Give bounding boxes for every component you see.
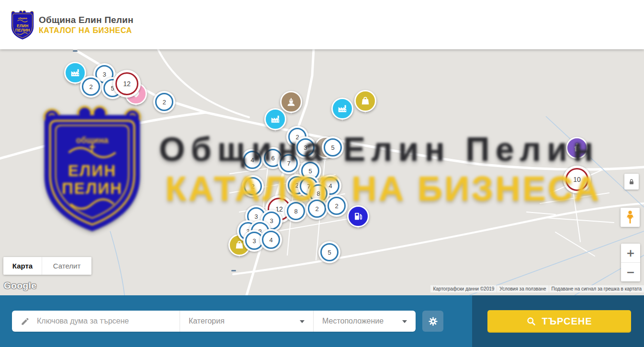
- map-cluster-marker[interactable]: 2: [153, 91, 175, 113]
- map-attribution: Картографски данни ©2019Условия за ползв…: [430, 285, 644, 292]
- pin-bubble: [264, 108, 286, 130]
- location-select[interactable]: Местоположение: [313, 311, 416, 332]
- search-submit-button[interactable]: ТЪРСЕНЕ: [487, 310, 631, 333]
- road-badge: [231, 270, 236, 271]
- map-type-control: Карта Сателит: [3, 257, 91, 275]
- map-cluster-marker[interactable]: 5: [318, 241, 340, 263]
- map-type-map-button[interactable]: Карта: [3, 257, 42, 275]
- pencil-icon: [21, 317, 30, 326]
- cluster-count: 3: [102, 71, 106, 78]
- cluster-count: 12: [123, 80, 131, 88]
- cluster-count: 2: [335, 202, 338, 210]
- cluster-count: 7: [287, 160, 290, 167]
- search-submit-label: ТЪРСЕНЕ: [542, 316, 592, 327]
- cluster-ring: 2: [308, 200, 326, 218]
- pin-bubble: [331, 98, 353, 120]
- caret-down-icon: [402, 320, 407, 323]
- map-cluster-marker[interactable]: 2: [326, 195, 348, 217]
- emblem-name-line2: ПЕЛИН: [15, 27, 30, 32]
- lock-button[interactable]: [624, 174, 639, 190]
- cluster-count: 4: [328, 182, 332, 190]
- emblem-name-line1: ЕЛИН: [17, 23, 28, 28]
- lock-icon: [628, 178, 635, 186]
- gear-icon: [428, 316, 439, 327]
- cluster-ring: 4: [262, 231, 280, 249]
- category-select[interactable]: Категория: [180, 311, 313, 332]
- search-icon: [526, 316, 536, 326]
- church-icon: [572, 143, 582, 153]
- cluster-ring: 5: [324, 138, 342, 157]
- cluster-count: 2: [315, 205, 318, 213]
- caret-down-icon: [300, 320, 305, 323]
- map-cluster-marker[interactable]: 4: [260, 229, 282, 251]
- cluster-count: 4: [269, 236, 272, 244]
- shopping-bag-icon: [360, 96, 371, 106]
- road-badge: [73, 50, 78, 52]
- factory-icon: [270, 114, 281, 124]
- map-cluster-marker[interactable]: 8: [285, 200, 307, 222]
- cluster-ring: 7: [280, 154, 298, 172]
- zoom-control: + −: [621, 244, 640, 281]
- cluster-count: 10: [573, 176, 581, 183]
- map-cluster-marker[interactable]: 2: [80, 76, 102, 98]
- attribution-terms-link[interactable]: Условия за ползване: [497, 285, 548, 292]
- pegman-icon: [625, 210, 635, 224]
- site-title: Община Елин Пелин: [39, 15, 134, 25]
- map-cluster-marker[interactable]: 4: [241, 149, 263, 171]
- cluster-count: 6: [271, 155, 274, 162]
- pin-bubble: [347, 205, 369, 227]
- map-cluster-marker[interactable]: 12: [113, 70, 141, 98]
- map-cluster-marker[interactable]: 2: [242, 175, 264, 197]
- cluster-count: 5: [328, 249, 331, 256]
- map-pin[interactable]: [264, 108, 286, 130]
- keyword-cell: [12, 311, 180, 332]
- cluster-ring: 3: [296, 138, 315, 157]
- fuel-pump-icon: [353, 211, 363, 222]
- cluster-count: 3: [254, 213, 258, 220]
- cluster-count: 3: [304, 144, 307, 151]
- cluster-ring: 4: [243, 151, 261, 169]
- cluster-ring: 5: [320, 243, 339, 261]
- advanced-settings-button[interactable]: [422, 311, 443, 332]
- site-subtitle: КАТАЛОГ НА БИЗНЕСА: [39, 26, 134, 35]
- map-cluster-marker[interactable]: 3: [294, 136, 316, 158]
- attribution-report-link[interactable]: Подаване на сигнал за грешка в картата: [549, 285, 644, 292]
- municipality-emblem-logo: община ЕЛИН ПЕЛИН: [11, 10, 34, 40]
- cluster-ring: 2: [328, 197, 346, 215]
- zoom-in-button[interactable]: +: [621, 244, 640, 263]
- map-pin[interactable]: [354, 90, 376, 112]
- page: 3 2 5 12 2 2 3: [0, 0, 644, 347]
- attribution-copyright: Картографски данни ©2019: [430, 285, 497, 292]
- factory-icon: [70, 67, 80, 78]
- cluster-count: 8: [294, 208, 297, 215]
- cluster-count: 2: [89, 83, 92, 90]
- map-pin[interactable]: [566, 137, 588, 159]
- pin-bubble: [354, 90, 376, 112]
- keyword-search-input[interactable]: [36, 316, 180, 326]
- cluster-ring: 2: [244, 177, 262, 195]
- map-cluster-marker[interactable]: 7: [278, 152, 300, 174]
- street-view-pegman-button[interactable]: [621, 208, 640, 227]
- google-logo[interactable]: Google: [4, 280, 36, 291]
- map-type-satellite-button[interactable]: Сателит: [42, 257, 91, 275]
- category-select-value: Категория: [189, 317, 225, 325]
- map-pin[interactable]: [331, 98, 353, 120]
- cluster-ring: 2: [155, 93, 173, 111]
- map-cluster-marker[interactable]: 2: [306, 198, 328, 220]
- factory-icon: [337, 103, 348, 114]
- cluster-ring: 10: [565, 168, 588, 191]
- brand[interactable]: община ЕЛИН ПЕЛИН Община Елин Пелин КАТА…: [11, 10, 134, 40]
- cluster-count: 5: [308, 168, 312, 175]
- cluster-count: 5: [331, 144, 334, 151]
- emblem-text-top: община: [18, 16, 27, 19]
- brand-text: Община Елин Пелин КАТАЛОГ НА БИЗНЕСА: [39, 15, 134, 35]
- cluster-ring: 8: [287, 202, 305, 220]
- map-pin[interactable]: [347, 205, 369, 227]
- search-bar: Категория Местоположение: [0, 295, 644, 347]
- cluster-count: 2: [162, 99, 166, 106]
- cluster-ring: 12: [115, 72, 138, 95]
- zoom-out-button[interactable]: −: [621, 263, 640, 281]
- map-cluster-marker[interactable]: 5: [322, 136, 344, 158]
- map-cluster-marker[interactable]: 10: [563, 166, 591, 193]
- cluster-count: 3: [270, 217, 273, 224]
